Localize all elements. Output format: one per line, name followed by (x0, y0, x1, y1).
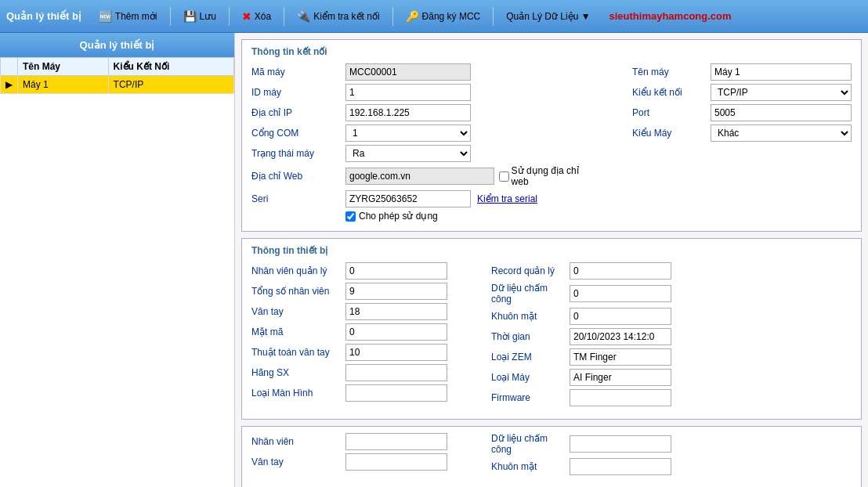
checkbox-use-web[interactable] (499, 171, 509, 182)
row-machine-type: TCP/IP (108, 76, 233, 94)
input-ma-may[interactable] (345, 63, 471, 81)
xoa-button[interactable]: ✖ Xóa (237, 7, 276, 26)
row-seri: Seri Kiểm tra serial (251, 190, 588, 207)
sidebar: Quản lý thiết bị Tên Máy Kiểu Kết Nối ▶ … (0, 33, 235, 487)
input-record-ql[interactable] (570, 262, 671, 280)
row-nv-quan-ly: Nhân viên quản lý (251, 262, 447, 280)
separator-4 (392, 7, 393, 26)
row-hang-sx: Hãng SX (251, 364, 447, 381)
label-trang-thai: Trạng thái máy (251, 148, 345, 159)
input-nv-transfer[interactable] (345, 433, 447, 450)
label-nv-transfer: Nhân viên (251, 436, 345, 447)
dang-ky-label: Đăng ký MCC (422, 11, 481, 22)
label-dulieu-cc-transfer: Dữ liệu chấm công (491, 433, 570, 455)
separator-3 (284, 7, 284, 26)
section3-left: Nhân viên Vân tay (251, 433, 447, 478)
row-dia-chi-web: Địa chỉ Web Sử dụng địa chỉ web (251, 165, 588, 187)
section3-right: Dữ liệu chấm công Khuôn mặt (491, 433, 671, 478)
row-arrow: ▶ (1, 76, 18, 94)
them-moi-label: Thêm mới (115, 11, 157, 22)
quan-ly-label: Quản Lý Dữ Liệu ▼ (506, 11, 590, 22)
section1-left: Mã máy ID máy Địa chỉ IP Cổng COM (251, 63, 588, 222)
sidebar-table: Tên Máy Kiểu Kết Nối ▶ Máy 1 TCP/IP (0, 57, 234, 94)
xoa-icon: ✖ (242, 10, 251, 23)
separator-1 (170, 7, 171, 26)
input-seri[interactable] (345, 190, 471, 207)
luu-label: Lưu (200, 11, 216, 22)
section-connection-title: Thông tin kết nối (251, 46, 852, 57)
table-row[interactable]: ▶ Máy 1 TCP/IP (1, 76, 234, 94)
label-loai-zem: Loại ZEM (491, 352, 570, 363)
input-ten-may[interactable] (711, 63, 852, 81)
input-khuonmat-transfer[interactable] (570, 458, 671, 475)
input-port[interactable] (711, 104, 852, 121)
input-thuat-toan[interactable] (345, 344, 447, 361)
dang-ky-button[interactable]: 🔑 Đăng ký MCC (401, 7, 486, 26)
input-firmware[interactable] (570, 389, 671, 406)
row-thoi-gian: Thời gian (491, 328, 671, 345)
label-allow-use: Cho phép sử dụng (359, 211, 438, 222)
row-nv-transfer: Nhân viên (251, 433, 447, 450)
label-record-ql: Record quản lý (491, 265, 570, 276)
input-nv-quan-ly[interactable] (345, 262, 447, 280)
input-hang-sx[interactable] (345, 364, 447, 381)
section2-left: Nhân viên quản lý Tổng số nhân viên Vân … (251, 262, 447, 409)
input-loai-zem[interactable] (570, 348, 671, 366)
row-cong-com: Cổng COM 1234 (251, 124, 588, 142)
label-khuonmat-transfer: Khuôn mặt (491, 461, 570, 472)
input-du-lieu-cc[interactable] (570, 285, 671, 302)
label-tong-nv: Tổng số nhân viên (251, 286, 345, 297)
sidebar-header: Quản lý thiết bị (0, 33, 234, 57)
content-area: Thông tin kết nối Mã máy ID máy Địa chỉ … (235, 33, 868, 487)
kiem-tra-serial-link[interactable]: Kiểm tra serial (477, 193, 537, 204)
sidebar-col-name (1, 58, 18, 76)
select-trang-thai[interactable]: RaVào (345, 145, 471, 162)
row-id-may: ID máy (251, 84, 588, 101)
row-van-tay: Vân tay (251, 303, 447, 320)
input-loai-man-hinh[interactable] (345, 384, 447, 402)
row-kieu-may: Kiểu Máy KhácZKTecoSuprema (632, 124, 852, 142)
luu-button[interactable]: 💾 Lưu (179, 7, 221, 26)
row-loai-man-hinh: Loại Màn Hình (251, 384, 447, 402)
input-mat-ma[interactable] (345, 323, 447, 341)
input-dia-chi-web[interactable] (345, 168, 494, 185)
row-dulieu-cc-transfer: Dữ liệu chấm công (491, 433, 671, 455)
select-kieu-ket-noi[interactable]: TCP/IPCOMUSB (711, 84, 852, 101)
row-du-lieu-cc: Dữ liệu chấm công (491, 283, 671, 305)
section-connection-info: Thông tin kết nối Mã máy ID máy Địa chỉ … (241, 39, 862, 232)
row-firmware: Firmware (491, 389, 671, 406)
quan-ly-button[interactable]: Quản Lý Dữ Liệu ▼ (501, 8, 595, 25)
input-thoi-gian[interactable] (570, 328, 671, 345)
label-kieu-ket-noi: Kiểu kết nối (632, 87, 711, 98)
label-mat-ma: Mặt mã (251, 326, 345, 337)
input-vt-transfer[interactable] (345, 453, 447, 471)
section1-right: Tên máy Kiểu kết nối TCP/IPCOMUSB Port (632, 63, 852, 222)
checkbox-allow-use[interactable] (345, 211, 356, 222)
input-dia-chi-ip[interactable] (345, 104, 471, 121)
label-loai-man-hinh: Loại Màn Hình (251, 388, 345, 399)
label-firmware: Firmware (491, 392, 570, 403)
input-khuon-mat[interactable] (570, 308, 671, 325)
label-port: Port (632, 107, 711, 118)
input-van-tay[interactable] (345, 303, 447, 320)
label-loai-may: Loại Máy (491, 372, 570, 383)
input-id-may[interactable] (345, 84, 471, 101)
kiem-tra-button[interactable]: 🔌 Kiểm tra kết nối (292, 7, 384, 26)
label-ten-may: Tên máy (632, 67, 711, 78)
input-dulieu-cc-transfer[interactable] (570, 435, 671, 453)
separator-5 (493, 7, 494, 26)
input-loai-may[interactable] (570, 369, 671, 386)
toolbar: Quản lý thiết bị 🆕 Thêm mới 💾 Lưu ✖ Xóa … (0, 0, 868, 33)
label-van-tay: Vân tay (251, 306, 345, 317)
website-title: sieuthimayhamcong.com (609, 10, 732, 22)
row-record-ql: Record quản lý (491, 262, 671, 280)
select-cong-com[interactable]: 1234 (345, 124, 471, 142)
row-dia-chi-ip: Địa chỉ IP (251, 104, 588, 121)
row-vt-transfer: Vân tay (251, 453, 447, 471)
label-hang-sx: Hãng SX (251, 367, 345, 378)
select-kieu-may[interactable]: KhácZKTecoSuprema (711, 124, 852, 142)
them-moi-button[interactable]: 🆕 Thêm mới (94, 7, 162, 26)
dang-ky-icon: 🔑 (406, 10, 419, 23)
row-loai-may: Loại Máy (491, 369, 671, 386)
input-tong-nv[interactable] (345, 283, 447, 300)
